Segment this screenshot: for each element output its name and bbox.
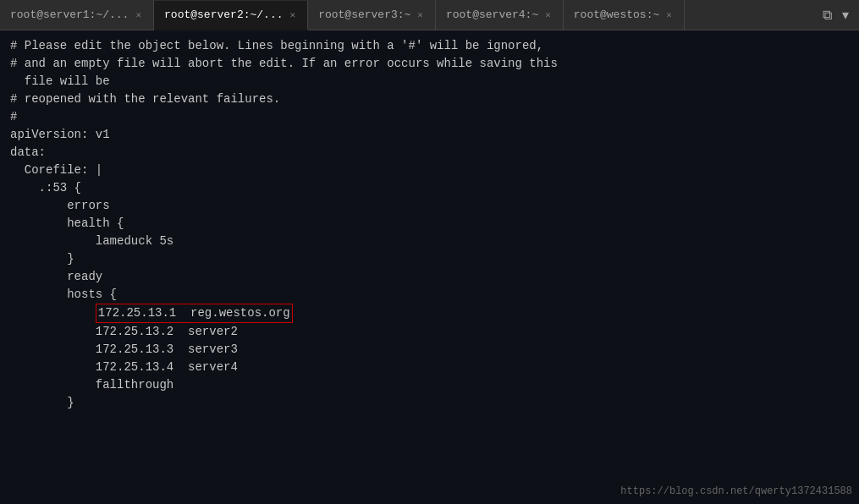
terminal-line: hosts { xyxy=(10,286,849,304)
restore-button[interactable]: ⧉ xyxy=(819,6,835,25)
tab-actions: ⧉ ▾ xyxy=(819,5,859,25)
tab-label: root@server2:~/... xyxy=(164,8,283,21)
terminal-line: } xyxy=(10,250,849,268)
terminal-line: Corefile: | xyxy=(10,162,849,179)
tab-server2[interactable]: root@server2:~/... ✕ xyxy=(154,1,308,30)
terminal-line: health { xyxy=(10,215,849,233)
tab-server4[interactable]: root@server4:~ ✕ xyxy=(436,0,564,30)
terminal-line-highlighted: 172.25.13.1 reg.westos.org xyxy=(10,304,849,323)
tab-label: root@westos:~ xyxy=(574,8,659,21)
terminal-line: file will be xyxy=(10,73,849,90)
terminal-line: .:53 { xyxy=(10,179,849,197)
terminal-line: lameduck 5s xyxy=(10,233,849,250)
terminal-line: 172.25.13.4 server4 xyxy=(10,359,849,376)
terminal-line: errors xyxy=(10,197,849,215)
tab-close[interactable]: ✕ xyxy=(543,8,553,21)
terminal-line: # xyxy=(10,108,849,126)
terminal-line: 172.25.13.3 server3 xyxy=(10,341,849,359)
tab-label: root@server3:~ xyxy=(318,8,410,21)
tab-label: root@server4:~ xyxy=(446,8,538,21)
terminal-line: # reopened with the relevant failures. xyxy=(10,90,849,108)
terminal-line: fallthrough xyxy=(10,376,849,394)
highlighted-entry: 172.25.13.1 reg.westos.org xyxy=(96,304,293,323)
terminal-line: # and an empty file will abort the edit.… xyxy=(10,55,849,73)
terminal-line: ready xyxy=(10,268,849,286)
tab-bar: root@server1:~/... ✕ root@server2:~/... … xyxy=(0,0,859,30)
tab-close[interactable]: ✕ xyxy=(289,8,298,21)
terminal-line: } xyxy=(10,394,849,412)
terminal-line: apiVersion: v1 xyxy=(10,126,849,144)
tab-close[interactable]: ✕ xyxy=(664,8,674,21)
tab-westos[interactable]: root@westos:~ ✕ xyxy=(564,0,685,30)
terminal-line: # Please edit the object below. Lines be… xyxy=(10,37,849,55)
tab-server3[interactable]: root@server3:~ ✕ xyxy=(308,0,436,30)
new-tab-button[interactable]: ▾ xyxy=(839,5,852,25)
terminal[interactable]: # Please edit the object below. Lines be… xyxy=(0,30,859,504)
tab-server1[interactable]: root@server1:~/... ✕ xyxy=(0,0,154,30)
terminal-line: data: xyxy=(10,144,849,162)
tab-label: root@server1:~/... xyxy=(10,8,129,21)
terminal-line: 172.25.13.2 server2 xyxy=(10,323,849,341)
terminal-wrapper: # Please edit the object below. Lines be… xyxy=(0,30,859,504)
watermark: https://blog.csdn.net/qwerty1372431588 xyxy=(620,485,852,497)
tab-close[interactable]: ✕ xyxy=(416,8,425,21)
tab-close[interactable]: ✕ xyxy=(134,8,143,21)
